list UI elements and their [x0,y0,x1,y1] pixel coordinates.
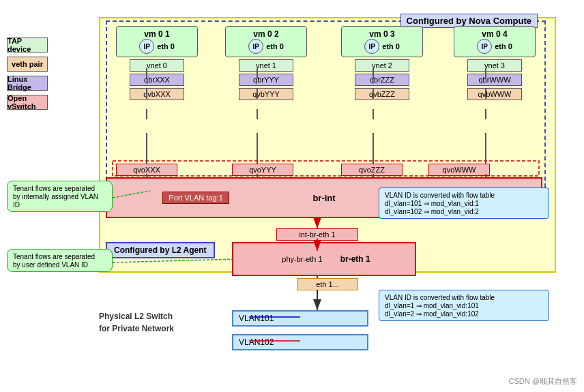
vm1-box: vm 0 1 IP eth 0 [116,26,198,57]
legend-tap: TAP device [7,37,48,52]
qvo4: qvoWWW [428,164,490,176]
qvo1: qvoXXX [116,164,177,176]
legend-veth-box: veth pair [7,57,48,72]
vm4-ip: IP [477,39,492,54]
qvo2: qvoYYY [232,164,293,176]
vm3-qvb: qvbZZZ [355,88,409,100]
vm4-vnet: vnet 3 [467,59,522,72]
legend: TAP device veth pair Linux Bridge Open v… [7,37,48,110]
legend-linux: Linux Bridge [7,76,48,91]
vm3-ip: IP [364,39,379,54]
vm2-qvb: qvbYYY [239,88,293,100]
phys-label: Physical L2 Switchfor Private Network [99,310,174,335]
diagram: Configured by Nova Compute vm 0 1 IP eth… [96,7,573,389]
vm3-vnet: vnet 2 [355,59,409,72]
port-vlan-1: Port VLAN tag:1 [162,192,229,204]
legend-ovs-label: Open vSwitch [8,94,47,110]
int-br-eth: int-br-eth 1 [276,228,358,241]
vm3-qbr: qbrZZZ [355,74,409,86]
vm3-box: vm 0 3 IP eth 0 [341,26,423,57]
vm1-vnet: vnet 0 [130,59,184,72]
br-eth-box: phy-br-eth 1 br-eth 1 [232,242,416,276]
vm1-qvb: qvbXXX [130,88,184,100]
vm4-box: vm 0 4 IP eth 0 [454,26,536,57]
vm4-qbr: qbrWWW [467,74,522,86]
legend-tap-box: TAP device [7,37,48,52]
vm2-box: vm 0 2 IP eth 0 [225,26,307,57]
legend-veth: veth pair [7,57,48,72]
eth1-box: eth 1... [297,278,358,290]
callout-vlan-convert-top: VLAN ID is converted with flow table dl_… [379,187,549,219]
l2agent-box: Configured by L2 Agent [106,242,215,258]
vm4-qvb: qvbWWW [467,88,522,100]
vm2-eth: eth 0 [266,42,284,50]
callout-user-vlan: Tenant flows are separated by user defin… [7,249,113,272]
vm3-name: vm 0 3 [369,29,394,39]
vm3-eth: eth 0 [382,42,400,50]
br-int-label: br-int [312,193,335,203]
vm1-ip: IP [139,39,154,54]
qvo3: qvoZZZ [341,164,403,176]
legend-linux-box: Linux Bridge [7,76,48,91]
vlan102-box: VLAN102 [232,334,368,350]
vm2-name: vm 0 2 [253,29,278,39]
watermark: CSDN @顺其自然客 [509,376,577,387]
legend-ovs: Open vSwitch [7,95,48,110]
vm4-name: vm 0 4 [482,29,507,39]
callout-vlan-convert-bottom: VLAN ID is converted with flow table dl_… [379,290,549,321]
br-eth-label: br-eth 1 [340,254,370,264]
vlan101-box: VLAN101 [232,310,368,327]
legend-ovs-box: Open vSwitch [7,95,48,110]
legend-linux-label: Linux Bridge [8,75,47,91]
vm2-vnet: vnet 1 [239,59,293,72]
vm1-qbr: qbrXXX [130,74,184,86]
legend-tap-label: TAP device [8,37,47,53]
vm2-ip: IP [248,39,263,54]
callout-internal-vlan: Tenant flows are separated by internally… [7,181,113,212]
vm1-name: vm 0 1 [144,29,169,39]
vm4-eth: eth 0 [495,42,512,50]
vm2-qbr: qbrYYY [239,74,293,86]
legend-veth-label: veth pair [12,60,43,68]
phy-br-eth-inner: phy-br-eth 1 [278,254,326,265]
vm1-eth: eth 0 [157,42,175,50]
